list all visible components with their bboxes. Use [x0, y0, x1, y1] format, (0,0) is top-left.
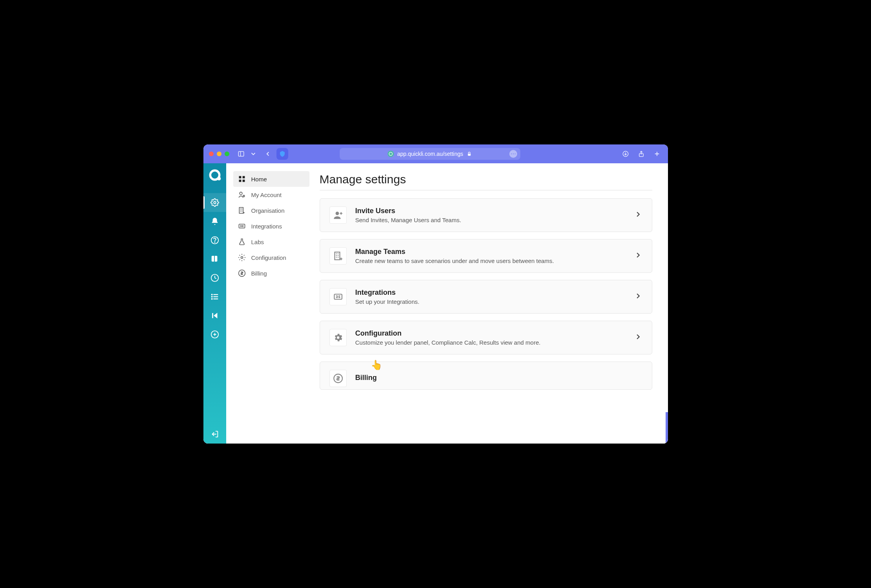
- svg-rect-3: [468, 153, 470, 155]
- chevron-right-icon: [634, 292, 642, 302]
- sidebar-skip-back-icon[interactable]: [203, 306, 226, 325]
- integrations-card-icon: [329, 288, 347, 305]
- dollar-icon: [238, 269, 246, 277]
- svg-rect-28: [242, 176, 245, 179]
- lock-icon: [467, 151, 472, 157]
- app-sidebar: [203, 163, 226, 444]
- building-icon: [238, 206, 246, 214]
- configuration-card-icon: [329, 329, 347, 346]
- subnav-label: Configuration: [251, 254, 286, 261]
- address-bar[interactable]: app.quickli.com.au/settings ⋯: [340, 148, 520, 160]
- svg-point-32: [243, 195, 244, 197]
- sidebar-help-icon[interactable]: [203, 231, 226, 250]
- gear-icon: [238, 254, 246, 261]
- svg-rect-0: [238, 152, 244, 156]
- svg-point-43: [241, 257, 243, 259]
- svg-rect-27: [239, 176, 241, 179]
- minimize-window-button[interactable]: [217, 152, 221, 156]
- subnav-billing[interactable]: Billing: [233, 265, 309, 281]
- card-title: Manage Teams: [355, 248, 625, 256]
- sidebar-toggle-button[interactable]: [236, 148, 247, 159]
- sidebar-history-icon[interactable]: [203, 268, 226, 287]
- tab-group-dropdown[interactable]: [250, 148, 257, 159]
- svg-point-13: [214, 242, 215, 242]
- manage-teams-icon: [329, 247, 347, 265]
- card-manage-teams[interactable]: Manage Teams Create new teams to save sc…: [320, 239, 652, 273]
- subnav-label: Home: [251, 176, 267, 183]
- card-desc: Create new teams to save scenarios under…: [355, 257, 625, 264]
- subnav-home[interactable]: Home: [233, 171, 309, 187]
- billing-card-icon: [329, 370, 347, 387]
- card-configuration[interactable]: Configuration Customize you lender panel…: [320, 321, 652, 354]
- card-title: Configuration: [355, 329, 625, 338]
- browser-window: app.quickli.com.au/settings ⋯: [203, 144, 668, 444]
- privacy-shield-button[interactable]: [276, 148, 288, 160]
- maximize-window-button[interactable]: [225, 152, 229, 156]
- page-title: Manage settings: [320, 173, 652, 186]
- card-title: Invite Users: [355, 207, 625, 215]
- svg-rect-57: [334, 294, 342, 299]
- sidebar-book-icon[interactable]: [203, 250, 226, 268]
- card-title: Integrations: [355, 289, 625, 297]
- svg-point-31: [240, 192, 242, 195]
- subnav-integrations[interactable]: Integrations: [233, 218, 309, 234]
- card-desc: Send Invites, Manage Users and Teams.: [355, 217, 625, 223]
- back-button[interactable]: [262, 148, 273, 159]
- card-desc: Customize you lender panel, Compliance C…: [355, 339, 625, 346]
- app-content: Home My Account Organisation Integration…: [203, 163, 668, 444]
- person-gear-icon: [238, 191, 246, 199]
- svg-point-45: [335, 212, 339, 215]
- card-desc: Set up your Integrations.: [355, 298, 625, 305]
- subnav-label: My Account: [251, 192, 282, 198]
- card-integrations[interactable]: Integrations Set up your Integrations.: [320, 280, 652, 314]
- site-favicon-icon: [388, 151, 394, 157]
- svg-point-20: [211, 299, 212, 299]
- url-text: app.quickli.com.au/settings: [397, 151, 463, 157]
- chevron-right-icon: [634, 210, 642, 220]
- subnav-label: Organisation: [251, 207, 285, 214]
- new-tab-button[interactable]: [651, 148, 662, 159]
- subnav-configuration[interactable]: Configuration: [233, 250, 309, 265]
- svg-rect-42: [239, 224, 245, 228]
- sidebar-notifications-icon[interactable]: [203, 212, 226, 231]
- settings-subnav: Home My Account Organisation Integration…: [226, 163, 317, 444]
- sidebar-list-icon[interactable]: [203, 287, 226, 306]
- svg-point-2: [389, 152, 392, 155]
- subnav-labs[interactable]: Labs: [233, 234, 309, 250]
- accent-edge: [666, 412, 668, 444]
- svg-rect-33: [239, 208, 243, 214]
- svg-point-18: [211, 294, 212, 295]
- integrations-icon: [238, 222, 246, 230]
- subnav-label: Integrations: [251, 223, 282, 230]
- title-divider: [320, 190, 652, 190]
- app-logo[interactable]: [208, 168, 222, 182]
- chevron-right-icon: [634, 251, 642, 261]
- subnav-my-account[interactable]: My Account: [233, 187, 309, 203]
- flask-icon: [238, 238, 246, 246]
- chevron-right-icon: [634, 332, 642, 343]
- main-area: Home My Account Organisation Integration…: [226, 163, 668, 444]
- subnav-label: Labs: [251, 239, 264, 245]
- settings-page: Manage settings Invite Users Send Invite…: [317, 163, 668, 444]
- close-window-button[interactable]: [209, 152, 214, 156]
- subnav-label: Billing: [251, 270, 267, 277]
- sidebar-settings-icon[interactable]: [203, 193, 226, 212]
- share-button[interactable]: [636, 148, 647, 159]
- address-more-button[interactable]: ⋯: [509, 150, 517, 158]
- svg-point-10: [217, 177, 221, 181]
- downloads-button[interactable]: [620, 148, 631, 159]
- window-controls: [209, 152, 229, 156]
- svg-point-11: [214, 201, 216, 204]
- subnav-organisation[interactable]: Organisation: [233, 203, 309, 218]
- titlebar: app.quickli.com.au/settings ⋯: [203, 144, 668, 163]
- svg-rect-29: [239, 180, 241, 182]
- card-billing[interactable]: Billing: [320, 362, 652, 390]
- svg-rect-48: [335, 252, 340, 260]
- card-title: Billing: [355, 374, 642, 382]
- dashboard-icon: [238, 175, 246, 183]
- card-invite-users[interactable]: Invite Users Send Invites, Manage Users …: [320, 198, 652, 232]
- svg-point-19: [211, 296, 212, 297]
- sidebar-logout-icon[interactable]: [203, 425, 226, 444]
- invite-users-icon: [329, 206, 347, 224]
- sidebar-add-icon[interactable]: [203, 325, 226, 344]
